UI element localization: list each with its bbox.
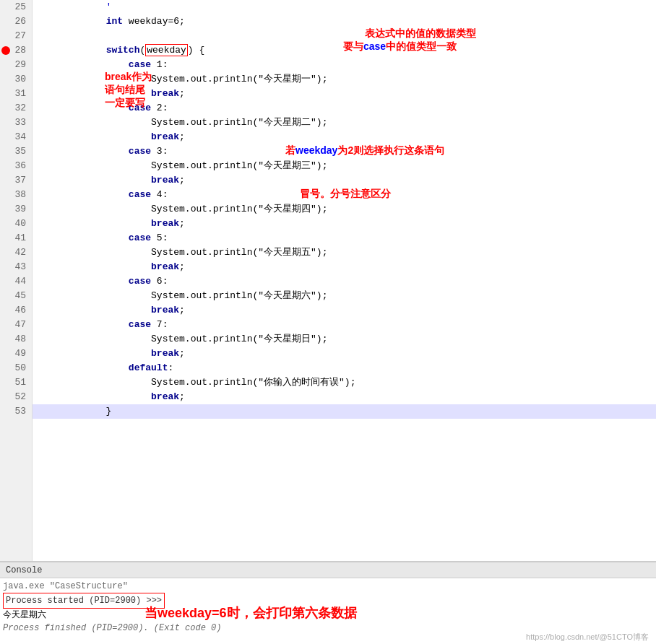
code-line-27	[33, 29, 656, 43]
console-annotation: 当weekday=6时，会打印第六条数据	[144, 604, 357, 622]
line-26: 26	[0, 14, 32, 29]
code-line-48: System.out.println("今天星期日");	[33, 332, 656, 347]
editor-area: 25 26 27 28 29 30 31 32 33 34 35 36 37 3…	[0, 0, 656, 644]
code-line-40: break;	[33, 217, 656, 231]
console-tab-bar: Console	[0, 562, 656, 578]
code-line-33: System.out.println("今天星期二");	[33, 116, 656, 130]
line-45: 45	[0, 289, 32, 303]
line-38: 38	[0, 188, 32, 202]
code-line-37: break;	[33, 173, 656, 188]
line-50: 50	[0, 361, 32, 375]
line-27: 27	[0, 29, 32, 43]
line-53: 53	[0, 404, 32, 419]
line-51: 51	[0, 375, 32, 390]
code-line-28: switch(weekday) {	[33, 43, 656, 58]
line-34: 34	[0, 130, 32, 144]
line-37: 37	[0, 173, 32, 188]
console-line-1: java.exe "CaseStructure"	[3, 580, 653, 593]
line-52: 52	[0, 390, 32, 404]
code-line-25: '	[33, 0, 656, 14]
line-36: 36	[0, 159, 32, 173]
line-32: 32	[0, 101, 32, 116]
line-31: 31	[0, 87, 32, 101]
code-line-53: }	[33, 404, 656, 419]
line-44: 44	[0, 274, 32, 289]
code-line-47: case 7:	[33, 318, 656, 332]
line-33: 33	[0, 116, 32, 130]
code-line-29: case 1:	[33, 58, 656, 72]
code-line-31: break;	[33, 87, 656, 101]
code-line-41: case 5:	[33, 231, 656, 245]
code-line-50: default:	[33, 361, 656, 375]
code-line-45: System.out.println("今天星期六");	[33, 289, 656, 303]
code-line-32: case 2:	[33, 101, 656, 116]
line-40: 40	[0, 217, 32, 231]
code-section: 25 26 27 28 29 30 31 32 33 34 35 36 37 3…	[0, 0, 656, 561]
code-line-44: case 6:	[33, 274, 656, 289]
code-content: ' int weekday=6; switch(weekday) { case …	[33, 0, 656, 561]
code-line-51: System.out.println("你输入的时间有误");	[33, 375, 656, 390]
line-39: 39	[0, 202, 32, 217]
line-49: 49	[0, 347, 32, 361]
line-25: 25	[0, 0, 32, 14]
line-47: 47	[0, 318, 32, 332]
console-section: Console java.exe "CaseStructure" Process…	[0, 561, 656, 644]
code-line-52: break;	[33, 390, 656, 404]
line-35: 35	[0, 144, 32, 159]
line-30: 30	[0, 72, 32, 87]
console-tab-label: Console	[6, 565, 42, 575]
line-41: 41	[0, 231, 32, 245]
code-line-34: break;	[33, 130, 656, 144]
watermark: https://blog.csdn.net/@51CTO博客	[526, 632, 649, 643]
console-body: java.exe "CaseStructure" Process started…	[0, 578, 656, 644]
code-line-42: System.out.println("今天星期五");	[33, 245, 656, 260]
breakpoint-28	[1, 46, 10, 55]
code-line-38: case 4:	[33, 188, 656, 202]
code-line-46: break;	[33, 303, 656, 318]
line-numbers: 25 26 27 28 29 30 31 32 33 34 35 36 37 3…	[0, 0, 33, 561]
code-line-49: break;	[33, 347, 656, 361]
line-28: 28	[0, 43, 32, 58]
code-line-39: System.out.println("今天星期四");	[33, 202, 656, 217]
code-line-26: int weekday=6;	[33, 14, 656, 29]
process-started-box: Process started (PID=2900) >>>	[3, 593, 165, 609]
line-42: 42	[0, 245, 32, 260]
line-43: 43	[0, 260, 32, 274]
line-48: 48	[0, 332, 32, 347]
line-46: 46	[0, 303, 32, 318]
code-line-43: break;	[33, 260, 656, 274]
code-line-36: System.out.println("今天星期三");	[33, 159, 656, 173]
code-line-30: System.out.println("今天星期一");	[33, 72, 656, 87]
line-29: 29	[0, 58, 32, 72]
code-line-35: case 3:	[33, 144, 656, 159]
